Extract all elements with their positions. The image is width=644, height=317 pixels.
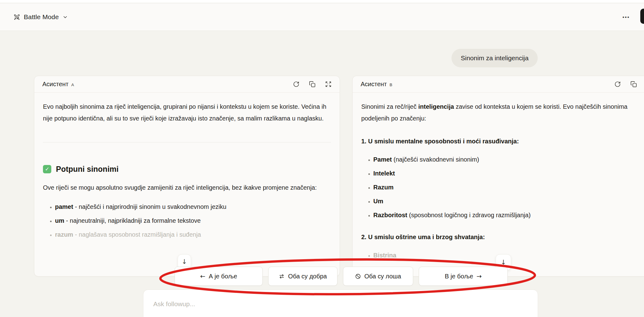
user-message-text: Sinonim za inteligencija xyxy=(461,54,528,62)
vote-a-better-button[interactable]: ← А је боље xyxy=(175,267,263,286)
section-heading: ✓ Potpuni sinonimi xyxy=(43,165,331,174)
list-item: pamet - najčešći i najprirodniji sinonim… xyxy=(55,202,331,212)
assistant-b-response: Sinonimi za reč/riječ inteligencija zavi… xyxy=(353,93,644,260)
regenerate-b-button[interactable] xyxy=(614,81,621,87)
assistant-a-panel: Асистент A Evo najboljih sinonima za rij… xyxy=(34,76,340,277)
copy-icon xyxy=(309,81,316,87)
copy-icon xyxy=(630,81,637,87)
synonym-list: pamet - najčešći i najprirodniji sinonim… xyxy=(43,202,331,239)
assistant-b-header: Асистент B xyxy=(353,76,644,93)
assistant-a-badge: A xyxy=(71,82,74,87)
vote-b-better-button[interactable]: B је боље → xyxy=(419,267,508,286)
paragraph: Sinonimi za reč/riječ inteligencija zavi… xyxy=(361,101,644,124)
list-item: um - najneutralniji, najprikladniji za f… xyxy=(55,216,331,226)
assistant-b-title: Асистент B xyxy=(361,81,392,88)
assistant-a-header: Асистент A xyxy=(34,76,340,93)
assistant-b-badge: B xyxy=(390,82,392,87)
refresh-icon xyxy=(614,81,621,87)
arrow-down-icon: ↓ xyxy=(501,259,506,266)
copy-a-button[interactable] xyxy=(309,81,316,87)
ban-icon xyxy=(355,273,361,279)
vote-bar: ← А је боље Оба су добра Оба су лоша B ј… xyxy=(175,267,508,286)
copy-b-button[interactable] xyxy=(630,81,637,87)
list-item: razum - naglašava sposobnost razmišljanj… xyxy=(55,230,331,239)
vote-both-bad-button[interactable]: Оба су лоша xyxy=(343,267,413,286)
assistant-b-panel: Асистент B Sinonimi za reč/riječ intelig… xyxy=(352,76,644,277)
paragraph: Ove riječi se mogu apsolutno svugdje zam… xyxy=(43,182,331,193)
assistant-a-response: Evo najboljih sinonima za riječ intelige… xyxy=(34,93,340,239)
mode-title: Battle Mode xyxy=(24,13,59,21)
numbered-heading: 1. U smislu mentalne sposobnosti i moći … xyxy=(361,137,644,146)
arrow-left-icon: ← xyxy=(200,273,205,280)
refresh-icon xyxy=(293,81,299,87)
expand-icon xyxy=(325,81,332,87)
regenerate-a-button[interactable] xyxy=(293,81,299,87)
swap-arrows-icon xyxy=(279,273,285,279)
vote-both-good-button[interactable]: Оба су добра xyxy=(268,267,337,286)
more-options-button[interactable]: ••• xyxy=(622,15,630,20)
divider xyxy=(43,142,331,142)
user-message-bubble: Sinonim za inteligencija xyxy=(451,49,538,67)
ellipsis-icon: ••• xyxy=(622,14,630,20)
list-item: Razboritost (sposobnost logičnog i zdrav… xyxy=(373,210,644,220)
mode-selector-dropdown[interactable]: Battle Mode xyxy=(14,13,68,21)
list-item: Intelekt xyxy=(373,169,644,178)
check-emoji-icon: ✓ xyxy=(43,165,51,173)
assistant-a-actions xyxy=(293,81,332,87)
numbered-heading: 2. U smislu oštrine uma i brzog shvatanj… xyxy=(361,232,644,242)
paragraph: Evo najboljih sinonima za riječ intelige… xyxy=(43,101,331,124)
battle-mode-page: Battle Mode ••• Sinonim za inteligencija… xyxy=(0,0,644,317)
followup-input-container xyxy=(143,290,538,317)
arrow-right-icon: → xyxy=(477,273,482,280)
list-item: Um xyxy=(373,197,644,206)
expand-a-button[interactable] xyxy=(325,81,332,87)
assistant-a-title: Асистент A xyxy=(42,81,74,88)
arrow-down-icon: ↓ xyxy=(182,258,187,265)
followup-input[interactable] xyxy=(143,290,538,317)
synonym-list: Pamet (najčešći svakodnevni sinonim) Int… xyxy=(361,155,644,220)
top-bar: Battle Mode ••• xyxy=(0,3,644,31)
list-item: Pamet (najčešći svakodnevni sinonim) xyxy=(373,155,644,164)
chevron-down-icon xyxy=(62,14,68,20)
scrollbar-thumb[interactable] xyxy=(640,9,644,24)
assistant-b-actions xyxy=(614,81,644,87)
list-item: Razum xyxy=(373,183,644,192)
window-top-strip xyxy=(0,0,644,3)
crossed-swords-icon xyxy=(14,14,20,20)
